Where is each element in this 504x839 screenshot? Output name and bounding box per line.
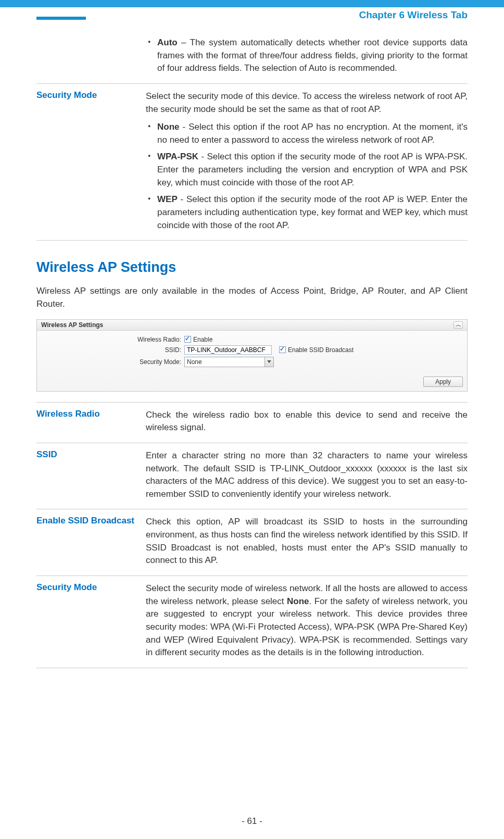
enable-ssid-broadcast-desc: Check this option, AP will broadcast its… <box>146 516 468 567</box>
header-underline <box>36 17 86 20</box>
ssid-label: SSID: <box>41 346 184 354</box>
enable-ssid-broadcast-term: Enable SSID Broadcast <box>36 516 146 567</box>
security-mode-desc-bold: None <box>287 596 309 606</box>
security-mode-term-top: Security Mode <box>36 90 146 232</box>
page-number: - 61 - <box>0 816 504 827</box>
wpa-psk-bullet: WPA-PSK - Select this option if the secu… <box>146 151 468 189</box>
none-text: - Select this option if the root AP has … <box>157 122 468 145</box>
ssid-desc: Enter a character string no more than 32… <box>146 449 468 501</box>
wireless-radio-checkbox[interactable] <box>184 336 191 343</box>
wireless-ap-settings-panel: Wireless AP Settings ︿ Wireless Radio: E… <box>36 319 468 392</box>
section-intro: Wireless AP settings are only available … <box>36 285 468 310</box>
security-mode-select[interactable]: None <box>184 357 274 367</box>
empty-term <box>36 36 146 75</box>
wpa-text: - Select this option if the security mod… <box>157 152 468 187</box>
panel-title: Wireless AP Settings <box>41 321 103 329</box>
wireless-radio-term: Wireless Radio <box>36 409 146 434</box>
security-mode-intro-top: Select the security mode of this device.… <box>146 90 468 116</box>
enable-label: Enable <box>193 336 212 343</box>
chapter-title: Chapter 6 Wireless Tab <box>359 9 468 21</box>
wep-bullet: WEP - Select this option if the security… <box>146 193 468 232</box>
security-mode-value: None <box>187 358 202 366</box>
wireless-radio-label: Wireless Radio: <box>41 336 184 343</box>
none-bold: None <box>157 122 180 132</box>
security-mode-term: Security Mode <box>36 582 146 659</box>
ssid-term: SSID <box>36 449 146 501</box>
apply-button[interactable]: Apply <box>423 377 463 387</box>
wpa-bold: WPA-PSK <box>157 152 198 161</box>
auto-bold: Auto <box>157 37 178 47</box>
auto-bullet: Auto – The system automatically detects … <box>146 36 468 75</box>
wep-text: - Select this option if the security mod… <box>157 194 468 230</box>
panel-collapse-button[interactable]: ︿ <box>453 321 463 329</box>
ssid-input[interactable] <box>184 345 272 355</box>
security-mode-label: Security Mode: <box>41 358 184 366</box>
enable-ssid-broadcast-label: Enable SSID Broadcast <box>288 346 354 354</box>
none-bullet: None - Select this option if the root AP… <box>146 121 468 146</box>
wireless-radio-desc: Check the wireless radio box to enable t… <box>146 409 468 434</box>
enable-ssid-broadcast-checkbox[interactable] <box>279 346 286 353</box>
wep-bold: WEP <box>157 194 178 204</box>
chevron-down-icon <box>267 360 271 363</box>
section-heading-wireless-ap-settings: Wireless AP Settings <box>36 259 468 276</box>
security-mode-desc: Select the security mode of wireless net… <box>146 582 468 659</box>
top-accent-bar <box>0 0 504 7</box>
auto-text: – The system automatically detects wheth… <box>157 37 468 73</box>
